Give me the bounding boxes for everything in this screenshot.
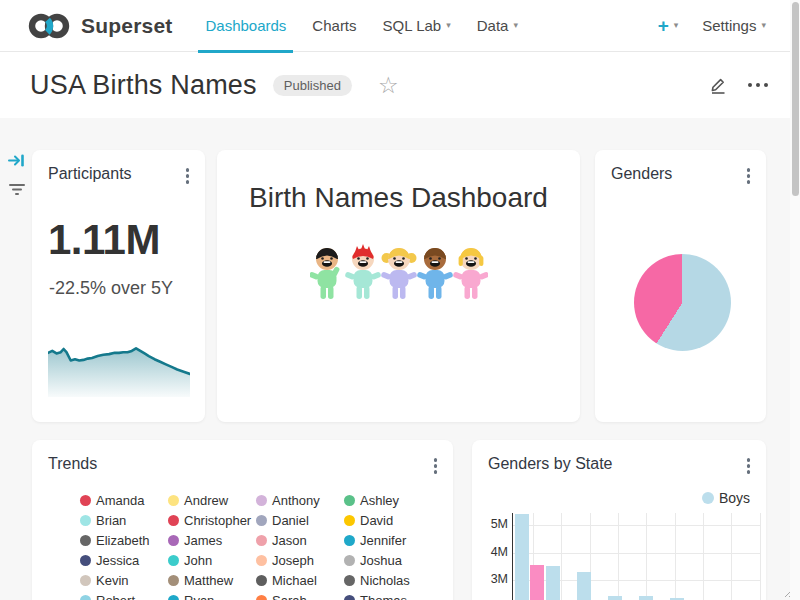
- nav-item-label: SQL Lab: [383, 17, 442, 34]
- legend-item-amanda[interactable]: Amanda: [80, 493, 168, 508]
- favorite-star-icon[interactable]: ☆: [378, 74, 399, 97]
- chevron-down-icon: ▾: [761, 21, 766, 30]
- superset-infinity-icon: [28, 11, 72, 41]
- legend-label: Jason: [272, 533, 307, 548]
- trends-card: Trends AmandaAndrewAnthonyAshleyBrianChr…: [32, 440, 453, 600]
- chart-options-icon[interactable]: [745, 166, 753, 186]
- legend-item-anthony[interactable]: Anthony: [256, 493, 344, 508]
- legend-item-michael[interactable]: Michael: [256, 573, 344, 588]
- boys-bar[interactable]: [577, 572, 591, 600]
- legend-dot-icon: [256, 515, 267, 526]
- legend-label: Christopher: [184, 513, 251, 528]
- legend-item-andrew[interactable]: Andrew: [168, 493, 256, 508]
- expand-filter-bar-icon[interactable]: [8, 152, 26, 169]
- settings-menu[interactable]: Settings ▾: [702, 17, 766, 34]
- chart-options-icon[interactable]: [184, 166, 192, 186]
- legend-label: Jennifer: [360, 533, 406, 548]
- dashboard-title: USA Births Names: [30, 70, 257, 101]
- chart-title: Trends: [48, 455, 97, 473]
- legend-item-john[interactable]: John: [168, 553, 256, 568]
- legend-item-david[interactable]: David: [344, 513, 432, 528]
- legend-label: Robert: [96, 593, 135, 600]
- superset-logo[interactable]: Superset: [28, 11, 172, 41]
- legend-item-robert[interactable]: Robert: [80, 593, 168, 600]
- genders-card: Genders: [595, 150, 766, 422]
- genders-by-state-bar-chart: 5M4M3M: [472, 440, 766, 600]
- chart-options-icon[interactable]: [432, 456, 440, 476]
- genders-pie-chart[interactable]: [634, 254, 731, 351]
- girls-bar[interactable]: [530, 565, 544, 600]
- participants-card: Participants 1.11M -22.5% over 5Y: [32, 150, 205, 422]
- legend-dot-icon: [168, 575, 179, 586]
- legend-label: James: [184, 533, 222, 548]
- legend-dot-icon: [344, 575, 355, 586]
- trendline-area-chart: [48, 333, 190, 397]
- nav-item-data[interactable]: Data▾: [464, 0, 531, 52]
- legend-item-james[interactable]: James: [168, 533, 256, 548]
- children-illustration: [310, 242, 488, 302]
- legend-dot-icon: [256, 575, 267, 586]
- legend-label: Elizabeth: [96, 533, 149, 548]
- markdown-heading: Birth Names Dashboard: [217, 182, 580, 214]
- edit-pencil-icon[interactable]: [708, 75, 728, 95]
- gridline: [512, 553, 760, 554]
- legend-dot-icon: [344, 555, 355, 566]
- legend-item-kevin[interactable]: Kevin: [80, 573, 168, 588]
- legend-label: Daniel: [272, 513, 309, 528]
- legend-label: Joshua: [360, 553, 402, 568]
- y-axis-tick-label: 5M: [476, 517, 508, 531]
- legend-item-daniel[interactable]: Daniel: [256, 513, 344, 528]
- legend-label: Joseph: [272, 553, 314, 568]
- y-axis-line: [512, 513, 513, 600]
- boys-bar[interactable]: [608, 596, 622, 600]
- genders-by-state-card: Genders by State Boys 5M4M3M: [472, 440, 766, 600]
- trends-legend: AmandaAndrewAnthonyAshleyBrianChristophe…: [80, 490, 432, 600]
- nav-item-sql-lab[interactable]: SQL Lab▾: [370, 0, 464, 52]
- legend-item-ashley[interactable]: Ashley: [344, 493, 432, 508]
- boys-bar[interactable]: [515, 514, 529, 600]
- legend-dot-icon: [168, 595, 179, 600]
- legend-dot-icon: [168, 515, 179, 526]
- published-badge[interactable]: Published: [273, 75, 352, 96]
- legend-item-sarah[interactable]: Sarah: [256, 593, 344, 600]
- legend-dot-icon: [256, 555, 267, 566]
- legend-item-nicholas[interactable]: Nicholas: [344, 573, 432, 588]
- legend-item-christopher[interactable]: Christopher: [168, 513, 256, 528]
- legend-label: David: [360, 513, 393, 528]
- legend-dot-icon: [80, 575, 91, 586]
- chart-title: Participants: [48, 165, 132, 183]
- legend-item-elizabeth[interactable]: Elizabeth: [80, 533, 168, 548]
- markdown-card: Birth Names Dashboard: [217, 150, 580, 422]
- legend-item-matthew[interactable]: Matthew: [168, 573, 256, 588]
- boys-bar[interactable]: [546, 566, 560, 600]
- legend-label: Brian: [96, 513, 126, 528]
- legend-item-jason[interactable]: Jason: [256, 533, 344, 548]
- boys-bar[interactable]: [639, 596, 653, 600]
- chevron-down-icon: ▾: [446, 21, 451, 30]
- nav-menu: DashboardsChartsSQL Lab▾Data▾: [192, 0, 530, 52]
- legend-item-jessica[interactable]: Jessica: [80, 553, 168, 568]
- legend-dot-icon: [168, 535, 179, 546]
- legend-item-joseph[interactable]: Joseph: [256, 553, 344, 568]
- legend-item-thomas[interactable]: Thomas: [344, 593, 432, 600]
- gridline: [512, 525, 760, 526]
- legend-item-joshua[interactable]: Joshua: [344, 553, 432, 568]
- legend-dot-icon: [344, 515, 355, 526]
- legend-label: Amanda: [96, 493, 144, 508]
- nav-item-dashboards[interactable]: Dashboards: [192, 0, 299, 52]
- legend-label: Sarah: [272, 593, 307, 600]
- more-actions-icon[interactable]: [748, 83, 768, 87]
- filter-list-icon[interactable]: [8, 183, 26, 197]
- legend-item-ryan[interactable]: Ryan: [168, 593, 256, 600]
- nav-item-charts[interactable]: Charts: [299, 0, 369, 52]
- legend-dot-icon: [344, 535, 355, 546]
- big-number-subheader: -22.5% over 5Y: [49, 278, 173, 299]
- legend-label: Ashley: [360, 493, 399, 508]
- scrollbar-thumb[interactable]: [792, 2, 799, 196]
- new-item-button[interactable]: + ▾: [658, 16, 679, 35]
- legend-item-jennifer[interactable]: Jennifer: [344, 533, 432, 548]
- legend-dot-icon: [256, 535, 267, 546]
- legend-item-brian[interactable]: Brian: [80, 513, 168, 528]
- top-navbar: Superset DashboardsChartsSQL Lab▾Data▾ +…: [0, 0, 800, 52]
- legend-dot-icon: [80, 595, 91, 600]
